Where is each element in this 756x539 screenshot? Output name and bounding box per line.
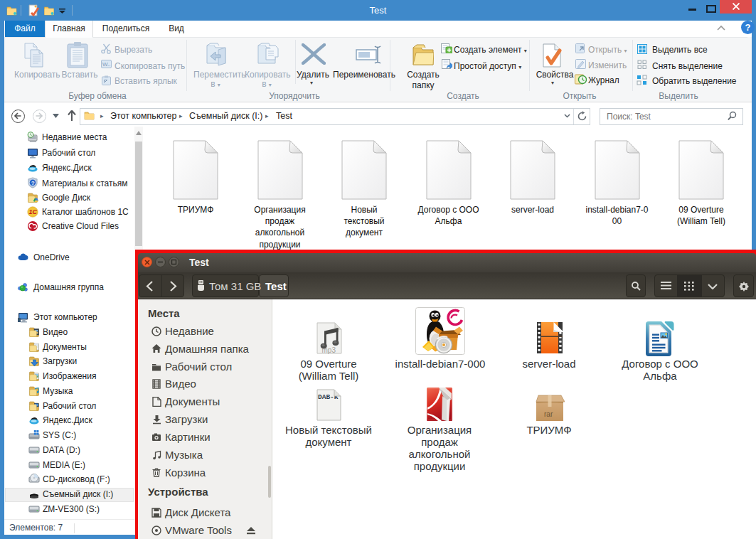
svg-text:rar: rar	[544, 410, 553, 418]
svg-text:1С: 1С	[29, 208, 38, 215]
svg-text:mp3: mp3	[322, 346, 336, 354]
svg-text:?: ?	[31, 180, 35, 186]
svg-text:W..: W..	[102, 61, 111, 68]
